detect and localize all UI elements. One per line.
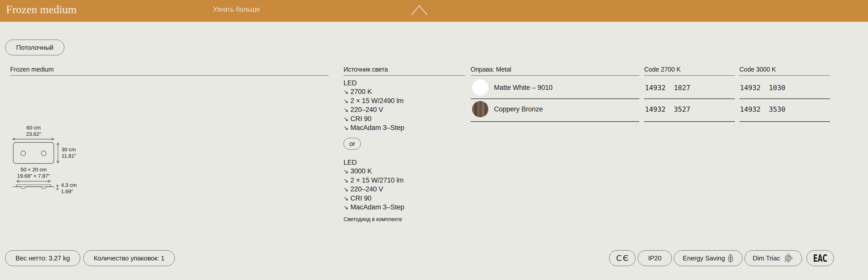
southeast-arrow-icon: ↘ xyxy=(344,186,348,193)
column-header-label: Источник света xyxy=(344,66,388,73)
row-divider xyxy=(644,121,735,122)
finish-swatch-coppery-bronze xyxy=(472,101,488,117)
spec-text: 3000 K xyxy=(350,167,372,175)
ip-rating-label: IP20 xyxy=(648,254,662,262)
spec-text: 220–240 V xyxy=(350,185,383,193)
net-weight-pill: Вес нетто: 3.27 kg xyxy=(5,250,80,266)
column-header-code-2700k: Code 2700 K xyxy=(644,64,735,76)
spec-text: 220–240 V xyxy=(350,106,383,113)
spec-text: CRI 90 xyxy=(350,115,371,123)
package-count-pill: Количество упаковок: 1 xyxy=(83,250,175,266)
spec-text: CRI 90 xyxy=(350,195,371,202)
width-dimension-cm: 60 cm xyxy=(26,125,41,131)
height-dimension-cm: 30 cm xyxy=(61,146,76,152)
product-code-2700k: 14932 1027 xyxy=(645,79,690,96)
spec-line: ↘220–240 V xyxy=(344,185,404,194)
spec-line: ↘CRI 90 xyxy=(344,114,404,124)
finish-swatch-matte-white xyxy=(472,79,488,96)
southeast-arrow-icon: ↘ xyxy=(344,195,348,202)
category-pill-ceiling[interactable]: Потолочный xyxy=(5,40,64,55)
spec-line: ↘MacAdam 3–Step xyxy=(344,203,404,212)
package-count-label: Количество упаковок: 1 xyxy=(94,254,164,262)
spec-line: ↘CRI 90 xyxy=(344,194,404,203)
finish-name: Coppery Bronze xyxy=(494,101,543,117)
width-dimension-in: 23.62" xyxy=(26,131,41,137)
ip20-badge: IP20 xyxy=(638,250,672,266)
header-bar: Frozen medium Узнать больше xyxy=(0,0,868,22)
spec-text: 2700 K xyxy=(350,88,372,96)
chevron-up-icon[interactable] xyxy=(411,5,427,16)
learn-more-link[interactable]: Узнать больше xyxy=(213,6,260,13)
ce-badge: CЄ xyxy=(609,250,636,266)
southeast-arrow-icon: ↘ xyxy=(344,125,348,131)
southeast-arrow-icon: ↘ xyxy=(344,204,348,211)
spec-text: MacAdam 3–Step xyxy=(350,203,404,211)
row-divider xyxy=(739,99,830,99)
diffuser-circle xyxy=(21,151,26,156)
page-title: Frozen medium xyxy=(6,3,76,16)
diffuser-bump xyxy=(21,187,26,189)
diffuser-circle xyxy=(41,151,46,156)
led-included-note: Светодиод в комплекте xyxy=(344,216,402,223)
spec-text: 2 × 15 W/2710 lm xyxy=(350,176,404,184)
category-label: Потолочный xyxy=(16,44,54,51)
depth-dimension-cm: 4.3 cm xyxy=(61,182,77,188)
led-title: LED xyxy=(344,79,404,87)
column-header-frame: Оправа: Metal xyxy=(471,64,639,76)
spec-line: ↘220–240 V xyxy=(344,105,404,114)
led-title: LED xyxy=(344,158,404,167)
southeast-arrow-icon: ↘ xyxy=(344,116,348,123)
led-spec-block-2700k: LED ↘2700 K ↘2 × 15 W/2490 lm ↘220–240 V… xyxy=(344,79,404,132)
southeast-arrow-icon: ↘ xyxy=(344,177,348,184)
spec-line: ↘3000 K xyxy=(344,167,404,176)
column-header-product: Frozen medium xyxy=(10,64,329,76)
southeast-arrow-icon: ↘ xyxy=(344,98,348,104)
dimmer-dial-icon xyxy=(783,253,794,264)
column-header-code-3000k: Code 3000 K xyxy=(739,64,830,76)
column-header-label: Code 3000 K xyxy=(739,66,776,73)
row-divider xyxy=(471,99,639,99)
diffuser-bump xyxy=(41,187,46,189)
fixture-top-view xyxy=(13,142,54,164)
column-header-label: Code 2700 K xyxy=(644,66,681,73)
column-header-light-source: Источник света xyxy=(344,64,465,76)
spec-line: ↘2 × 15 W/2710 lm xyxy=(344,176,404,185)
southeast-arrow-icon: ↘ xyxy=(344,89,348,95)
net-weight-label: Вес нетто: 3.27 kg xyxy=(16,254,70,262)
or-label: or xyxy=(349,140,355,148)
eac-badge: EAC xyxy=(807,250,834,266)
depth-dimension-in: 1.69" xyxy=(61,188,73,194)
southeast-arrow-icon: ↘ xyxy=(344,168,348,175)
spec-text: MacAdam 3–Step xyxy=(350,124,404,132)
leaf-icon xyxy=(727,254,734,262)
height-dimension-in: 11.81" xyxy=(61,153,76,159)
product-code-3000k: 14932 3530 xyxy=(740,101,785,117)
base-dimension-in: 19.68" × 7.87" xyxy=(17,173,50,179)
dim-triac-label: Dim Triac xyxy=(753,254,780,262)
spec-line: ↘2 × 15 W/2490 lm xyxy=(344,97,404,105)
fixture-side-view xyxy=(17,185,51,186)
dimension-drawing: 60 cm 23.62" 30 cm 11.81" 50 × 20 cm 19.… xyxy=(5,121,84,196)
spec-text: 2 × 15 W/2490 lm xyxy=(350,97,404,105)
spec-line: ↘MacAdam 3–Step xyxy=(344,124,404,132)
southeast-arrow-icon: ↘ xyxy=(344,107,348,113)
dim-triac-badge: Dim Triac xyxy=(745,250,802,266)
eac-mark-icon: EAC xyxy=(813,252,827,264)
product-code-3000k: 14932 1030 xyxy=(740,79,785,96)
energy-saving-badge: Energy Saving xyxy=(674,250,742,266)
led-spec-block-3000k: LED ↘3000 K ↘2 × 15 W/2710 lm ↘220–240 V… xyxy=(344,158,404,212)
column-header-label: Оправа: Metal xyxy=(471,66,511,73)
or-pill: or xyxy=(344,138,361,149)
spec-line: ↘2700 K xyxy=(344,87,404,96)
energy-saving-label: Energy Saving xyxy=(683,254,725,262)
column-header-label: Frozen medium xyxy=(10,66,54,73)
finish-name: Matte White – 9010 xyxy=(494,79,553,96)
base-dimension-cm: 50 × 20 cm xyxy=(21,167,46,172)
row-divider xyxy=(471,121,639,122)
row-divider xyxy=(739,121,830,122)
product-code-2700k: 14932 3527 xyxy=(645,101,690,117)
ce-mark-icon: CЄ xyxy=(616,253,630,263)
row-divider xyxy=(644,99,735,99)
